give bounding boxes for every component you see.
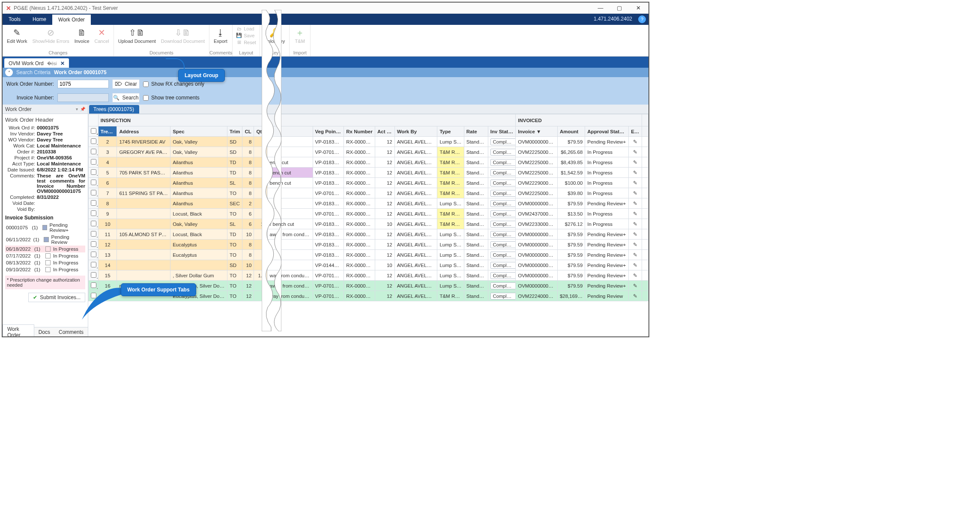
edit-row-button[interactable]: ✎ [629,291,642,301]
table-row[interactable]: 12EucalyptusTO8VP-01835127RX-0000105112A… [89,240,648,250]
col-inv-status[interactable]: Inv Status [488,126,515,137]
row-checkbox[interactable] [91,221,96,226]
trees-tab[interactable]: Trees (00001075) [89,105,139,114]
select-all-checkbox[interactable] [91,128,96,134]
row-checkbox[interactable] [91,272,96,278]
edit-row-button[interactable]: ✎ [629,281,642,291]
edit-row-button[interactable]: ✎ [629,198,642,209]
col-trim[interactable]: Trim [227,126,242,137]
row-checkbox[interactable] [91,159,96,165]
invoice-button[interactable]: 🗎Invoice [72,27,92,45]
edit-row-button[interactable]: ✎ [629,219,642,229]
submit-invoices-button[interactable]: ✔Submit Invoices... [28,293,85,302]
table-row[interactable]: 11105 ALMOND ST PASO ROBLESLocust, Black… [89,229,648,240]
invoice-submission-row[interactable]: 07/17/2022(1)In Progress [5,252,85,259]
edit-row-button[interactable]: ✎ [629,260,642,270]
table-row[interactable]: 21745 RIVERSIDE AVOak, ValleySD8VP-01836… [89,137,648,147]
layout-reset-button[interactable]: ⊞Reset [234,39,258,45]
help-icon[interactable]: ? [638,15,646,23]
table-row[interactable]: 6AilanthusSL8bench cutVP-01835109RX-0000… [89,178,648,188]
dropdown-icon[interactable]: ▾ [76,107,78,111]
trees-grid[interactable]: INSPECTION INVOICED Tree ▲ Address Spec … [88,114,648,301]
col-edit[interactable]: Edit [629,126,642,137]
tab-tools[interactable]: Tools [3,14,27,25]
col-approval[interactable]: Approval Status ▼ [585,126,629,137]
inv-number-input[interactable] [57,93,109,102]
row-checkbox[interactable] [91,200,96,206]
upload-document-button[interactable]: ⇧🗎Upload Document [116,27,158,45]
row-checkbox[interactable] [91,169,96,175]
close-tab-icon[interactable]: ✕ [60,60,65,66]
col-type[interactable]: Type [437,126,464,137]
tab-comments[interactable]: Comments [54,328,88,336]
col-work-by[interactable]: Work By [394,126,437,137]
edit-row-button[interactable]: ✎ [629,137,642,147]
table-row[interactable]: 14SD10VP-01445134RX-0000105510ANGEL AVEL… [89,260,648,270]
tab-wo[interactable]: Work Order [3,324,34,337]
edit-row-button[interactable]: ✎ [629,209,642,219]
close-button[interactable]: ✕ [629,3,648,14]
edit-row-button[interactable]: ✎ [629,147,642,157]
tab-docs[interactable]: Docs [34,328,54,336]
invoice-submission-row[interactable]: 08/13/2022(1)In Progress [5,259,85,266]
col-address[interactable]: Address [117,126,170,137]
col-rx[interactable]: Rx Number [344,126,375,137]
invoice-submission-row[interactable]: 06/11/2022(1)Pending Review [5,234,85,246]
col-act-cl[interactable]: Act CL [375,126,394,137]
edit-row-button[interactable]: ✎ [629,178,642,188]
filter-icon[interactable]: ▼ [627,129,629,134]
row-checkbox[interactable] [91,180,96,185]
table-row[interactable]: 9Locust, BlackTO6VP-07012589RX-000010461… [89,209,648,219]
invoice-submission-row[interactable]: 00001075(1)Pending Review+ [5,222,85,234]
tab-home[interactable]: Home [27,14,52,25]
layout-load-button[interactable]: 🗁Load [234,26,258,32]
minimize-button[interactable]: — [591,3,610,14]
edit-row-button[interactable]: ✎ [629,250,642,260]
maximize-button[interactable]: ▢ [610,3,629,14]
table-row[interactable]: 15, Silver Dollar GumTO121.0way from con… [89,270,648,281]
row-checkbox[interactable] [91,138,96,144]
table-row[interactable]: 3GREGORY AVE PASO ROBLESOak, ValleySD8VP… [89,147,648,157]
color-key-button[interactable]: 🔑Color Key [262,27,287,45]
search-button[interactable]: 🔍Search [112,93,140,102]
row-checkbox[interactable] [91,190,96,195]
col-qty[interactable]: Qty [254,126,267,137]
col-rate[interactable]: Rate [464,126,488,137]
tab-work-order[interactable]: Work Order [52,14,91,25]
edit-row-button[interactable]: ✎ [629,240,642,250]
pin-icon[interactable]: �ësi [47,61,57,66]
table-row[interactable]: 4AilanthusTD8ench cutVP-01835101RX-00001… [89,157,648,168]
edit-row-button[interactable]: ✎ [629,157,642,168]
row-checkbox[interactable] [91,252,96,257]
pin-panel-icon[interactable]: 📌 [80,107,85,111]
edit-row-button[interactable]: ✎ [629,229,642,240]
show-tree-comments-checkbox[interactable] [143,95,149,101]
edit-work-button[interactable]: ✎Edit Work [4,27,30,45]
export-button[interactable]: ⭳Export [211,27,230,45]
col-cl[interactable]: CL [242,126,254,137]
table-row[interactable]: 10Oak, ValleySL61.r bench cutVP-01836303… [89,219,648,229]
clear-button[interactable]: ⌦Clear [112,79,140,89]
col-amount[interactable]: Amount [557,126,585,137]
col-invoice[interactable]: Invoice ▼ [516,126,558,137]
collapse-icon[interactable]: ˄ [5,69,13,76]
table-row[interactable]: 8AilanthusSEC2VP-01836331RX-0000104512AN… [89,198,648,209]
col-veg-point[interactable]: Veg Point ID [313,126,344,137]
table-row[interactable]: 5705 PARK ST PASO ROBLESAilanthusTD81ben… [89,168,648,178]
edit-row-button[interactable]: ✎ [629,270,642,281]
row-checkbox[interactable] [91,231,96,237]
show-rx-checkbox[interactable] [143,81,149,87]
row-checkbox[interactable] [91,262,96,267]
col-spec[interactable]: Spec [170,126,227,137]
wo-number-input[interactable] [57,80,109,88]
invoice-submission-row[interactable]: 09/10/2022(1)In Progress [5,266,85,273]
col-tree[interactable]: Tree ▲ [98,126,117,137]
row-checkbox[interactable] [91,241,96,247]
invoice-submission-row[interactable]: 06/18/2022(1)In Progress [5,246,85,252]
table-row[interactable]: 13EucalyptusTO8VP-01836336RX-0000105212A… [89,250,648,260]
layout-save-button[interactable]: 💾Save [234,32,258,39]
row-checkbox[interactable] [91,210,96,216]
edit-row-button[interactable]: ✎ [629,168,642,178]
table-row[interactable]: 7611 SPRING ST PASO ROBLESAilanthusTO8VP… [89,188,648,198]
edit-row-button[interactable]: ✎ [629,188,642,198]
